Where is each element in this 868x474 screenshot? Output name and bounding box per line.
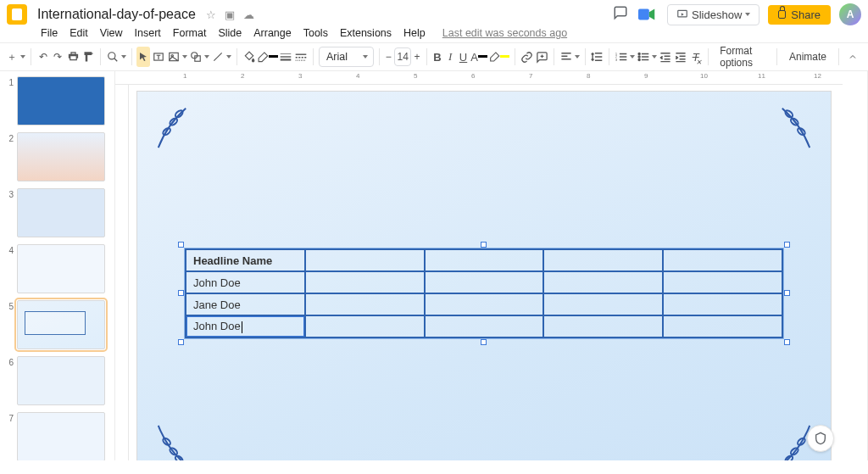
- resize-handle[interactable]: [178, 290, 184, 296]
- bulleted-list-dropdown-icon[interactable]: [652, 55, 657, 59]
- svg-point-13: [638, 53, 640, 54]
- image-dropdown-icon[interactable]: [182, 55, 187, 59]
- shape-dropdown-icon[interactable]: [204, 55, 209, 59]
- menu-arrange[interactable]: Arrange: [253, 27, 291, 39]
- meet-icon[interactable]: [637, 3, 659, 25]
- move-icon[interactable]: ▣: [225, 8, 235, 21]
- bulleted-list-button[interactable]: [637, 47, 650, 67]
- resize-handle[interactable]: [481, 242, 487, 248]
- border-color-button[interactable]: [258, 47, 278, 67]
- new-slide-button[interactable]: ＋: [5, 47, 19, 67]
- thumb-number: 3: [5, 188, 17, 237]
- slideshow-label: Slideshow: [692, 8, 742, 21]
- slide-thumbnail-6[interactable]: [17, 356, 105, 405]
- resize-handle[interactable]: [178, 339, 184, 345]
- redo-button[interactable]: ↷: [51, 47, 64, 67]
- svg-rect-9: [195, 56, 200, 61]
- line-spacing-button[interactable]: [591, 47, 604, 67]
- font-size-increase[interactable]: +: [413, 47, 420, 66]
- table-object[interactable]: Headline Name John Doe Jane Doe: [185, 248, 783, 338]
- numbered-list-dropdown-icon[interactable]: [630, 55, 635, 59]
- font-family-select[interactable]: Arial: [319, 47, 374, 67]
- text-color-button[interactable]: A: [470, 47, 487, 67]
- resize-handle[interactable]: [178, 242, 184, 248]
- filmstrip[interactable]: 1 2 3 4 5 6 7 8: [0, 71, 115, 460]
- new-slide-dropdown-icon[interactable]: [20, 55, 25, 59]
- slide-thumbnail-2[interactable]: [17, 132, 105, 181]
- thumb-number: 7: [5, 412, 17, 460]
- slide-thumbnail-7[interactable]: [17, 412, 105, 460]
- clear-formatting-button[interactable]: T✕: [689, 47, 703, 67]
- account-avatar[interactable]: A: [839, 3, 861, 25]
- collapse-toolbar-button[interactable]: [843, 47, 863, 67]
- share-label: Share: [791, 8, 821, 21]
- menu-insert[interactable]: Insert: [135, 27, 161, 39]
- svg-point-14: [638, 56, 640, 58]
- fill-color-button[interactable]: [242, 47, 256, 67]
- menu-tools[interactable]: Tools: [303, 27, 328, 39]
- italic-button[interactable]: I: [445, 47, 456, 67]
- font-family-label: Arial: [326, 51, 348, 63]
- slideshow-dropdown-icon[interactable]: [745, 13, 750, 16]
- align-dropdown-icon[interactable]: [575, 55, 580, 59]
- insert-comment-button[interactable]: [535, 47, 548, 67]
- share-button[interactable]: Share: [768, 5, 831, 25]
- comment-history-icon[interactable]: [613, 5, 628, 24]
- select-tool[interactable]: [136, 47, 150, 67]
- border-weight-button[interactable]: [280, 47, 293, 67]
- menu-edit[interactable]: Edit: [70, 27, 88, 39]
- menu-file[interactable]: File: [41, 27, 58, 39]
- format-options-button[interactable]: Format options: [713, 45, 771, 69]
- font-size-input[interactable]: 14: [394, 47, 412, 66]
- slide-thumbnail-5[interactable]: [17, 300, 105, 349]
- explore-button[interactable]: [807, 425, 834, 452]
- thumb-number: 6: [5, 356, 17, 405]
- image-tool[interactable]: [167, 47, 181, 67]
- last-edit-link[interactable]: Last edit was seconds ago: [442, 27, 567, 39]
- animate-button[interactable]: Animate: [782, 51, 833, 63]
- align-button[interactable]: [559, 47, 573, 67]
- slides-logo[interactable]: [7, 4, 27, 25]
- slide-canvas[interactable]: Headline Name John Doe Jane Doe: [137, 92, 831, 460]
- slideshow-button[interactable]: Slideshow: [667, 4, 760, 25]
- underline-button[interactable]: U: [458, 47, 469, 67]
- zoom-button[interactable]: [106, 47, 120, 67]
- lock-icon: [778, 10, 786, 19]
- font-size-decrease[interactable]: −: [385, 47, 392, 66]
- slide-thumbnail-3[interactable]: [17, 188, 105, 237]
- highlight-button[interactable]: [489, 47, 509, 67]
- print-button[interactable]: [66, 47, 80, 67]
- resize-handle[interactable]: [481, 339, 487, 345]
- line-tool[interactable]: [211, 47, 225, 67]
- menu-format[interactable]: Format: [173, 27, 207, 39]
- star-icon[interactable]: ☆: [206, 8, 216, 21]
- insert-link-button[interactable]: [520, 47, 533, 67]
- menu-help[interactable]: Help: [403, 27, 426, 39]
- decrease-indent-button[interactable]: [659, 47, 672, 67]
- menu-view[interactable]: View: [100, 27, 123, 39]
- zoom-dropdown-icon[interactable]: [121, 55, 126, 59]
- undo-button[interactable]: ↶: [36, 47, 50, 67]
- resize-handle[interactable]: [784, 242, 790, 248]
- paint-format-button[interactable]: [81, 47, 95, 67]
- cloud-status-icon[interactable]: ☁: [243, 8, 254, 21]
- numbered-list-button[interactable]: 123: [615, 47, 628, 67]
- svg-rect-2: [70, 55, 77, 59]
- font-dropdown-icon: [363, 55, 368, 59]
- slide-thumbnail-1[interactable]: [17, 76, 105, 125]
- menu-slide[interactable]: Slide: [218, 27, 242, 39]
- thumb-number: 1: [5, 76, 17, 125]
- increase-indent-button[interactable]: [674, 47, 687, 67]
- thumb-number: 4: [5, 244, 17, 293]
- slide-thumbnail-4[interactable]: [17, 244, 105, 293]
- resize-handle[interactable]: [784, 339, 790, 345]
- resize-handle[interactable]: [784, 290, 790, 296]
- border-dash-button[interactable]: [294, 47, 308, 67]
- textbox-tool[interactable]: [152, 47, 165, 67]
- line-dropdown-icon[interactable]: [226, 55, 231, 59]
- bold-button[interactable]: B: [431, 47, 442, 67]
- document-title[interactable]: International-day-of-peace: [34, 5, 199, 24]
- shape-tool[interactable]: [189, 47, 203, 67]
- menu-extensions[interactable]: Extensions: [340, 27, 392, 39]
- thumb-number: 5: [5, 300, 17, 349]
